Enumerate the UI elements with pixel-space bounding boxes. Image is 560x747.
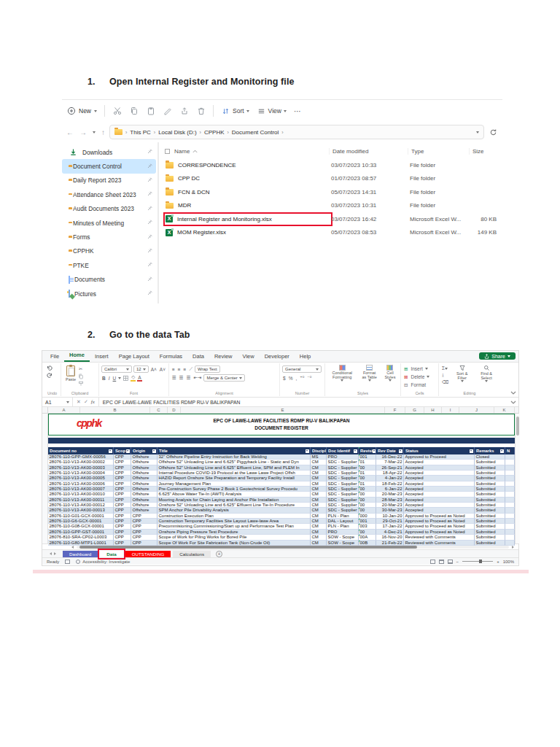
sort-filter-button[interactable]: Sort & Filter <box>451 365 472 385</box>
table-row[interactable]: 28076-110-V13-AK00-00012 CPP Offshore On… <box>48 503 515 508</box>
align-bottom-icon[interactable]: ≡ <box>183 367 187 372</box>
header-rev-date[interactable]: Rev Date <box>376 447 404 454</box>
sheet-tab[interactable]: Calculations <box>173 551 211 557</box>
sidebar-item[interactable]: Audit Documents 2023 <box>62 202 156 216</box>
ribbon-tab[interactable]: Home <box>64 350 90 362</box>
table-row[interactable]: 28076-110-GPP-GST-00001 CPP CPP Onshore … <box>48 530 515 535</box>
header-revision[interactable]: Revisi <box>359 447 376 454</box>
font-color-icon[interactable]: A <box>137 375 141 382</box>
collapse-ribbon-chevron[interactable] <box>510 390 516 395</box>
table-row[interactable]: 28076-110-V13-AK00-00011 CPP Offshore Mo… <box>48 498 515 503</box>
table-row[interactable]: 28076-110-G80-MTP1-L0001 CPP CPP Scope O… <box>48 541 515 546</box>
column-letter[interactable]: A <box>48 407 80 413</box>
file-row[interactable]: CPP DC 01/07/2023 08:57 File folder <box>165 172 502 186</box>
vertical-scrollbar[interactable] <box>515 414 520 543</box>
select-all-checkbox[interactable] <box>165 149 170 154</box>
align-right-icon[interactable]: ☰ <box>186 375 192 381</box>
more-options-button[interactable]: ⋯ <box>294 107 302 115</box>
sheet-nav-left[interactable] <box>50 552 52 555</box>
sidebar-item[interactable]: Documents <box>62 273 156 287</box>
table-row[interactable]: 28076-110-G6-GCX-00001 CPP CPP Construct… <box>48 519 515 524</box>
column-header-date[interactable]: Date modified <box>330 148 408 155</box>
page-break-view-icon[interactable] <box>448 560 453 564</box>
align-top-icon[interactable]: ≡ <box>171 367 176 372</box>
file-row[interactable]: MDR 03/07/2023 10:31 File folder <box>165 199 502 213</box>
table-row[interactable]: 28076-110-V13-AK00-00004 CPP Offshore In… <box>48 471 515 476</box>
ribbon-tab[interactable]: Data <box>187 352 209 362</box>
sidebar-item[interactable]: PTKE <box>62 258 156 272</box>
column-header-size[interactable]: Size <box>470 148 501 155</box>
cut-icon[interactable] <box>112 107 122 116</box>
clear-button[interactable]: ⌫ <box>441 379 449 385</box>
table-row[interactable]: 28076-110-V13-AK00-00006 CPP Offshore Jo… <box>48 481 515 487</box>
decrease-decimal-icon[interactable]: ⁻⁰ <box>306 375 312 381</box>
fill-color-icon[interactable]: ◇ <box>131 374 136 382</box>
merge-center-button[interactable]: Merge & Center <box>203 374 244 382</box>
insert-cells-button[interactable]: Insert <box>410 366 423 371</box>
ribbon-tab[interactable]: Help <box>295 352 316 362</box>
increase-decimal-icon[interactable]: ⁺⁰ <box>299 375 305 381</box>
address-breadcrumb[interactable]: › This PC›Local Disk (D:)›CPPHK›Document… <box>109 125 484 139</box>
column-letter[interactable]: J <box>459 407 494 413</box>
address-dropdown-chevron[interactable] <box>476 131 479 133</box>
enter-icon[interactable]: ✓ <box>84 399 88 405</box>
bold-button[interactable]: B <box>101 376 106 381</box>
find-select-button[interactable]: Find & Select <box>475 365 498 385</box>
table-row[interactable]: 28076-110-GPP-GMX-00056 CPP Offshore 32"… <box>48 454 515 460</box>
sheet-tab[interactable]: OUTSTANDING <box>125 551 171 557</box>
sheet-nav-right[interactable] <box>54 552 56 555</box>
column-letter[interactable]: I <box>442 407 459 413</box>
ribbon-tab[interactable]: File <box>45 352 64 362</box>
rename-icon[interactable] <box>163 107 172 116</box>
accounting-format-icon[interactable]: $ <box>282 376 287 381</box>
sheet-tab[interactable]: Data <box>100 551 122 557</box>
fill-button[interactable]: ⤓ <box>441 372 449 378</box>
autosum-button[interactable]: Σ <box>441 365 449 371</box>
page-layout-view-icon[interactable] <box>439 560 444 564</box>
sidebar-item[interactable]: Pictures <box>62 287 156 301</box>
table-row[interactable]: 28076-110-V13-AK00-00013 CPP Offshore SP… <box>48 508 515 513</box>
formula-bar-value[interactable]: EPC OF LAWE-LAWE FACILITIES RDMP RU-V BA… <box>99 400 510 405</box>
paste-icon[interactable] <box>146 107 155 116</box>
sidebar-item[interactable]: Downloads <box>62 145 156 159</box>
delete-icon[interactable] <box>196 107 206 116</box>
header-next[interactable]: N <box>505 447 515 454</box>
share-icon[interactable] <box>179 107 189 116</box>
table-row[interactable]: 28076-110-V13-AK00-00002 CPP Offshore Of… <box>48 460 515 465</box>
sidebar-item[interactable]: CPPHK <box>62 244 156 258</box>
table-row[interactable]: 28076-810-SRA-CP02-L0003 CPP CPP Scope o… <box>48 535 515 540</box>
insert-function-icon[interactable]: fx <box>91 399 95 405</box>
breadcrumb-item[interactable]: This PC <box>130 129 150 136</box>
zoom-slider[interactable] <box>462 561 493 562</box>
paste-button[interactable]: Paste <box>63 365 78 387</box>
table-row[interactable]: 28076-110-G08-GCX-00001 CPP CPP Precommi… <box>48 524 515 529</box>
indent-icons[interactable]: ⇤⇥ <box>192 375 202 381</box>
back-button[interactable]: ← <box>66 128 74 136</box>
table-row[interactable]: 28076-110-V13-AK00-00005 CPP Offshore HA… <box>48 476 515 481</box>
column-letter[interactable]: E <box>181 407 385 413</box>
font-name-select[interactable]: Calibri <box>101 365 132 373</box>
ribbon-tab[interactable]: View <box>238 352 260 362</box>
sidebar-item[interactable]: Daily Report 2023 <box>62 174 156 187</box>
refresh-icon[interactable] <box>489 128 498 137</box>
underline-button[interactable]: U <box>112 376 117 381</box>
column-letter[interactable]: C <box>150 407 168 413</box>
table-row[interactable]: 28076-110-V13-AK00-00007 CPP Offshore Pr… <box>48 487 515 492</box>
column-letter[interactable]: H <box>424 407 442 413</box>
column-header-type[interactable]: Type <box>408 148 470 155</box>
column-letter[interactable]: G <box>405 407 424 413</box>
view-button[interactable]: View <box>257 107 287 116</box>
format-cells-button[interactable]: Format <box>410 382 427 387</box>
redo-icon[interactable] <box>46 372 58 379</box>
decrease-font-icon[interactable]: A˅ <box>159 367 166 372</box>
number-format-select[interactable]: General <box>282 365 322 373</box>
recent-locations-chevron[interactable] <box>93 131 96 133</box>
zoom-in-button[interactable]: + <box>497 560 499 564</box>
new-sheet-button[interactable]: + <box>216 551 222 557</box>
select-all-corner[interactable] <box>42 407 48 413</box>
table-row[interactable]: 28076-110-V13-AK00-00003 CPP Offshore Of… <box>48 465 515 471</box>
header-discipline[interactable]: Discipl <box>311 447 327 454</box>
increase-font-icon[interactable]: A˄ <box>150 367 158 372</box>
conditional-formatting-button[interactable]: Conditional Formatting <box>327 365 357 382</box>
copy-icon[interactable] <box>129 107 139 116</box>
